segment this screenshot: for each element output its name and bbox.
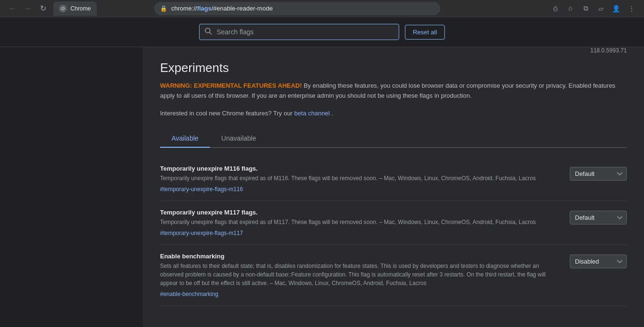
reset-all-button[interactable]: Reset all bbox=[405, 25, 445, 40]
reload-button[interactable]: ↻ bbox=[36, 2, 50, 15]
address-bar[interactable]: 🔒 chrome://flags/#enable-reader-mode bbox=[154, 2, 440, 15]
tabs-bar: Available Unavailable bbox=[160, 130, 627, 148]
active-tab[interactable]: ⊙ Chrome bbox=[53, 1, 97, 16]
extensions-icon-button[interactable]: ⧉ bbox=[579, 2, 593, 15]
page-layout: Experiments 118.0.5993.71 WARNING: EXPER… bbox=[0, 47, 644, 327]
tab-available[interactable]: Available bbox=[160, 130, 210, 148]
flag-info: Enable benchmarkingSets all features to … bbox=[160, 253, 562, 298]
bookmark-icon-button[interactable]: ☆ bbox=[564, 2, 577, 15]
forward-button[interactable]: → bbox=[21, 2, 34, 15]
search-bar-row: Reset all bbox=[0, 17, 644, 47]
warning-box: WARNING: EXPERIMENTAL FEATURES AHEAD! By… bbox=[160, 81, 627, 101]
flag-info: Temporarily unexpire M116 flags.Temporar… bbox=[160, 165, 562, 193]
flag-select[interactable]: DefaultEnabledDisabled bbox=[570, 211, 627, 225]
tab-bar: ⊙ Chrome bbox=[53, 1, 97, 16]
nav-buttons: ← → ↻ bbox=[6, 2, 50, 15]
flag-anchor-link[interactable]: #temporary-unexpire-flags-m117 bbox=[160, 230, 243, 236]
address-bold: flags bbox=[197, 5, 211, 12]
flag-item: Enable benchmarkingSets all features to … bbox=[160, 245, 627, 306]
flag-name: Temporarily unexpire M116 flags. bbox=[160, 165, 562, 172]
search-flags-input[interactable] bbox=[199, 24, 399, 40]
flag-control: DefaultEnabledDisabled bbox=[570, 211, 627, 225]
flag-item: Temporarily unexpire M116 flags.Temporar… bbox=[160, 157, 627, 201]
flag-control: DefaultEnabledDisabled bbox=[570, 255, 627, 268]
flag-select[interactable]: DefaultEnabledDisabled bbox=[570, 167, 627, 181]
menu-icon-button[interactable]: ⋮ bbox=[625, 2, 638, 15]
search-input-wrapper bbox=[199, 24, 399, 40]
tab-unavailable[interactable]: Unavailable bbox=[210, 130, 268, 148]
header-row: Experiments 118.0.5993.71 bbox=[160, 61, 627, 79]
flag-info: Temporarily unexpire M117 flags.Temporar… bbox=[160, 209, 562, 237]
search-icon bbox=[205, 28, 212, 36]
flag-anchor-link[interactable]: #enable-benchmarking bbox=[160, 291, 218, 297]
flag-select[interactable]: DefaultEnabledDisabled bbox=[570, 255, 627, 268]
address-text: chrome://flags/#enable-reader-mode bbox=[171, 5, 272, 12]
right-panel[interactable]: Experiments 118.0.5993.71 WARNING: EXPER… bbox=[143, 47, 644, 327]
beta-text-after: . bbox=[332, 110, 333, 117]
page-title: Experiments bbox=[160, 61, 229, 75]
profile-icon-button[interactable]: 👤 bbox=[610, 2, 623, 15]
beta-channel-link[interactable]: beta channel bbox=[294, 110, 330, 117]
flag-description: Temporarily unexpire flags that expired … bbox=[160, 174, 562, 183]
warning-text: WARNING: EXPERIMENTAL FEATURES AHEAD! By… bbox=[160, 81, 627, 101]
back-button[interactable]: ← bbox=[6, 2, 19, 15]
svg-line-1 bbox=[210, 32, 211, 34]
layout-icon-button[interactable]: ▱ bbox=[594, 2, 608, 15]
version-text: 118.0.5993.71 bbox=[590, 47, 627, 54]
tab-favicon: ⊙ bbox=[59, 5, 67, 12]
flag-item: Temporarily unexpire M117 flags.Temporar… bbox=[160, 201, 627, 245]
flag-control: DefaultEnabledDisabled bbox=[570, 167, 627, 181]
lock-icon: 🔒 bbox=[160, 5, 167, 12]
flag-name: Temporarily unexpire M117 flags. bbox=[160, 209, 562, 216]
share-icon-button[interactable]: ⎙ bbox=[549, 2, 562, 15]
warning-highlight: WARNING: EXPERIMENTAL FEATURES AHEAD! bbox=[160, 82, 302, 89]
flag-anchor-link[interactable]: #temporary-unexpire-flags-m116 bbox=[160, 186, 243, 193]
toolbar-icons: ⎙ ☆ ⧉ ▱ 👤 ⋮ bbox=[549, 2, 638, 15]
browser-chrome: ← → ↻ ⊙ Chrome 🔒 chrome://flags/#enable-… bbox=[0, 0, 644, 17]
flag-name: Enable benchmarking bbox=[160, 253, 562, 260]
tab-title: Chrome bbox=[70, 5, 91, 12]
beta-text-before: Interested in cool new Chrome features? … bbox=[160, 110, 294, 117]
flags-container: Temporarily unexpire M116 flags.Temporar… bbox=[160, 157, 627, 306]
flag-description: Sets all features to their default state… bbox=[160, 262, 562, 287]
left-panel bbox=[0, 47, 143, 327]
flag-description: Temporarily unexpire flags that expired … bbox=[160, 218, 562, 226]
beta-channel-text: Interested in cool new Chrome features? … bbox=[160, 109, 627, 119]
